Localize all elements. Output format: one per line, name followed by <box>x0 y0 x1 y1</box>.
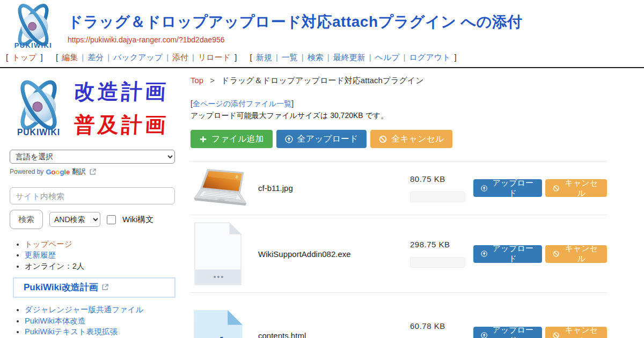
list-item: 更新履歴 <box>25 251 177 260</box>
ban-icon <box>553 185 559 192</box>
external-link-icon <box>90 168 96 175</box>
plus-icon <box>199 135 207 143</box>
powered-by-label: Powered by <box>10 168 43 175</box>
nav-top[interactable]: トップ <box>12 53 36 62</box>
upload-circle-icon <box>481 332 487 338</box>
file-name: contents.html <box>256 331 410 338</box>
upload-button[interactable]: アップロード <box>473 245 542 263</box>
sidebar-quick-links: トップページ 更新履歴 オンライン：2人 <box>10 240 177 271</box>
nav-recent[interactable]: 最終更新 <box>333 53 365 62</box>
cancel-all-button[interactable]: 全キャンセル <box>370 130 452 148</box>
search-mode-select[interactable]: AND検索 <box>49 212 100 227</box>
page-title: ドラッグ＆ドロップアップロード対応attachプラグイン への添付 <box>68 12 523 32</box>
bracket: [ <box>6 53 8 62</box>
nav-attach[interactable]: 添付 <box>172 53 188 62</box>
file-size: 80.75 KB <box>410 174 465 183</box>
laptop-photo-thumbnail: 8 <box>193 168 255 208</box>
search-button[interactable]: 検索 <box>10 210 43 229</box>
file-name: WikiSupportAddin082.exe <box>256 249 410 259</box>
svg-text:</>: </> <box>195 332 239 338</box>
sidebar-link-common-files[interactable]: ダジャレンジャー版共通ファイル <box>25 305 143 314</box>
list-item: PukiWikiテキスト表現拡張 <box>25 327 177 336</box>
translate-link[interactable]: 翻訳 <box>72 167 86 177</box>
upload-progress-bar <box>410 192 465 202</box>
upload-progress-bar <box>410 257 465 268</box>
breadcrumb-current: ドラッグ＆ドロップアップロード対応attachプラグイン <box>221 76 423 85</box>
pipe: | <box>369 53 371 62</box>
upload-button[interactable]: アップロード <box>473 179 542 197</box>
nav-list[interactable]: 一覧 <box>282 53 298 62</box>
add-file-button[interactable]: ファイル追加 <box>191 130 273 148</box>
list-item: PukiWiki本体改造 <box>25 317 177 326</box>
bracket: ] <box>41 53 43 62</box>
ban-icon <box>553 332 559 338</box>
online-count: オンライン：2人 <box>25 262 84 270</box>
pipe: | <box>404 53 406 62</box>
bracket: [ <box>250 53 252 62</box>
sidebar: PUKIWIKI 改造計画 普及計画 言語を選択 Powered by Goog… <box>0 68 185 338</box>
nav-help[interactable]: ヘルプ <box>375 53 400 62</box>
pipe: | <box>107 53 109 62</box>
nav-logout[interactable]: ログアウト <box>409 53 451 62</box>
breadcrumb-separator: > <box>210 76 215 85</box>
cancel-button[interactable]: キャンセル <box>545 245 607 263</box>
upload-circle-icon <box>481 250 487 258</box>
file-row: </> contents.html 60.78 KB <box>189 292 607 338</box>
generic-file-icon <box>193 222 243 286</box>
main-content: Top > ドラッグ＆ドロップアップロード対応attachプラグイン [全ページ… <box>185 68 644 338</box>
logo-brand-text: PUKIWIKI <box>14 41 52 49</box>
upload-circle-icon <box>481 185 487 192</box>
logo-caption-line1: 改造計画 <box>74 77 170 106</box>
breadcrumb: Top > ドラッグ＆ドロップアップロード対応attachプラグイン <box>191 76 607 86</box>
all-attachments-link[interactable]: 全ページの添付ファイル一覧 <box>193 99 291 108</box>
upload-all-button[interactable]: 全アップロード <box>276 130 367 148</box>
ban-icon <box>379 135 387 143</box>
nav-diff[interactable]: 差分 <box>87 53 104 62</box>
language-select[interactable]: 言語を選択 <box>10 150 175 164</box>
nav-search[interactable]: 検索 <box>308 53 324 62</box>
logo-caption-line2: 普及計画 <box>74 111 170 139</box>
wiki-syntax-label: Wiki構文 <box>122 215 153 225</box>
page-url: https://pukiwiki.dajya-ranger.com/?1bd2d… <box>68 35 225 44</box>
top-navigation: [ トップ ] [ 編集|差分|バックアップ|添付|リロード ] [ 新規|一覧… <box>0 52 644 68</box>
sidebar-section-box: PukiWiki改造計画 <box>13 277 175 298</box>
sidebar-logo[interactable]: PUKIWIKI 改造計画 普及計画 <box>11 77 177 140</box>
cancel-button[interactable]: キャンセル <box>545 179 607 197</box>
pipe: | <box>166 53 169 62</box>
sidebar-link-core-mod[interactable]: PukiWiki本体改造 <box>25 317 86 325</box>
wiki-syntax-checkbox[interactable] <box>107 215 116 224</box>
page-header: PUKIWIKI ドラッグ＆ドロップアップロード対応attachプラグイン への… <box>0 0 644 52</box>
file-row: WikiSupportAddin082.exe 298.75 KB アップロード <box>189 215 607 292</box>
list-item: トップページ <box>25 240 177 249</box>
pukiwiki-atom-logo-icon: PUKIWIKI <box>11 77 67 140</box>
html-code-file-icon: </> <box>193 309 244 338</box>
section-link-pukiwiki-kaizou[interactable]: PukiWiki改造計画 <box>24 282 98 292</box>
upload-circle-icon <box>285 135 293 143</box>
pipe: | <box>327 53 330 62</box>
upload-file-list: 8 cf-b11.jpg 80.75 KB <box>189 161 607 338</box>
nav-edit[interactable]: 編集 <box>62 53 78 62</box>
pipe: | <box>276 53 278 62</box>
logo-brand-text: PUKIWIKI <box>17 128 60 137</box>
bracket: ] <box>454 53 456 62</box>
nav-reload[interactable]: リロード <box>198 53 231 62</box>
breadcrumb-home[interactable]: Top <box>191 76 203 85</box>
upload-toolbar: ファイル追加 全アップロード 全キャンセル <box>191 130 607 148</box>
sidebar-plugin-links: ダジャレンジャー版共通ファイル PukiWiki本体改造 PukiWikiテキス… <box>10 305 177 338</box>
file-name: cf-b11.jpg <box>256 183 410 193</box>
file-size: 298.75 KB <box>410 240 465 249</box>
site-search-input[interactable] <box>10 187 175 204</box>
list-item: ダジャレンジャー版共通ファイル <box>25 305 177 314</box>
pukiwiki-atom-logo-icon[interactable]: PUKIWIKI <box>8 2 59 52</box>
cancel-button[interactable]: キャンセル <box>545 327 607 338</box>
external-link-icon <box>102 284 108 290</box>
sidebar-link-toppage[interactable]: トップページ <box>25 240 72 248</box>
sidebar-link-text-ext[interactable]: PukiWikiテキスト表現拡張 <box>25 327 118 336</box>
nav-backup[interactable]: バックアップ <box>113 53 163 62</box>
sidebar-link-history[interactable]: 更新履歴 <box>25 251 56 259</box>
powered-by-google-translate: Powered by Google 翻訳 <box>10 167 177 177</box>
bracket: ] <box>291 99 294 108</box>
nav-new[interactable]: 新規 <box>256 53 272 62</box>
upload-button[interactable]: アップロード <box>473 327 542 338</box>
pukiwiki-page: PUKIWIKI ドラッグ＆ドロップアップロード対応attachプラグイン への… <box>0 0 644 338</box>
